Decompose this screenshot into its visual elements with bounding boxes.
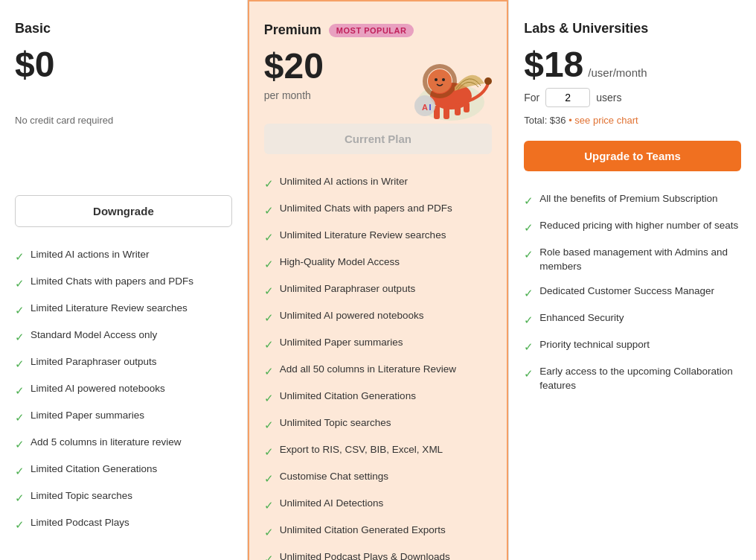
list-item: ✓Unlimited Chats with papers and PDFs: [264, 202, 492, 218]
list-item: ✓Limited AI actions in Writer: [15, 248, 232, 264]
downgrade-button[interactable]: Downgrade: [15, 195, 232, 227]
list-item: ✓Limited AI powered notebooks: [15, 382, 232, 398]
list-item: ✓Unlimited AI Detections: [264, 497, 492, 513]
feature-text: Limited Paper summaries: [31, 409, 144, 423]
list-item: ✓Enhanced Security: [524, 311, 741, 328]
check-icon: ✓: [264, 256, 274, 272]
feature-text: Unlimited Citation Generations: [280, 389, 416, 404]
check-icon: ✓: [524, 366, 534, 381]
list-item: ✓Role based management with Admins and m…: [524, 246, 741, 274]
check-icon: ✓: [264, 363, 274, 379]
users-input[interactable]: [545, 88, 590, 107]
for-users-row: For users: [524, 88, 741, 107]
svg-text:I: I: [429, 103, 432, 112]
list-item: ✓Limited Topic searches: [15, 489, 232, 506]
premium-features: ✓Unlimited AI actions in Writer✓Unlimite…: [264, 175, 492, 560]
list-item: ✓Limited Literature Review searches: [15, 302, 232, 318]
feature-text: Unlimited Chats with papers and PDFs: [280, 202, 452, 216]
check-icon: ✓: [524, 339, 534, 354]
check-icon: ✓: [264, 497, 274, 513]
feature-text: Unlimited Citation Generated Exports: [280, 524, 446, 538]
basic-subtitle: No credit card required: [15, 115, 232, 141]
feature-text: Unlimited Paraphraser outputs: [280, 282, 415, 296]
labs-plan: Labs & Universities $18 /user/month For …: [508, 0, 756, 560]
check-icon: ✓: [15, 410, 25, 425]
feature-text: All the benefits of Premium Subscription: [539, 192, 717, 206]
feature-text: Unlimited AI powered notebooks: [280, 309, 424, 323]
feature-text: Role based management with Admins and me…: [539, 246, 741, 274]
list-item: ✓Limited Paper summaries: [15, 409, 232, 425]
list-item: ✓Customise Chat settings: [264, 470, 492, 486]
list-item: ✓Unlimited AI actions in Writer: [264, 175, 492, 191]
list-item: ✓Limited Paraphraser outputs: [15, 355, 232, 372]
check-icon: ✓: [524, 312, 534, 328]
svg-point-5: [442, 78, 445, 81]
check-icon: ✓: [264, 551, 274, 560]
total-price: Total: $36 • see price chart: [524, 115, 741, 126]
list-item: ✓All the benefits of Premium Subscriptio…: [524, 192, 741, 209]
list-item: ✓Unlimited Citation Generations: [264, 389, 492, 406]
list-item: ✓Dedicated Customer Success Manager: [524, 284, 741, 301]
feature-text: Add all 50 columns in Literature Review: [280, 363, 456, 377]
upgrade-to-teams-button[interactable]: Upgrade to Teams: [524, 141, 741, 171]
feature-text: Unlimited AI actions in Writer: [280, 175, 408, 189]
feature-text: Limited AI actions in Writer: [31, 248, 150, 262]
check-icon: ✓: [264, 310, 274, 325]
labs-features: ✓All the benefits of Premium Subscriptio…: [524, 192, 741, 393]
basic-plan: Basic $0 No credit card required Downgra…: [0, 0, 248, 560]
list-item: ✓Limited Chats with papers and PDFs: [15, 275, 232, 291]
check-icon: ✓: [15, 436, 25, 452]
feature-text: Enhanced Security: [539, 311, 624, 325]
list-item: ✓Export to RIS, CSV, BIB, Excel, XML: [264, 443, 492, 459]
list-item: ✓Priority technical support: [524, 338, 741, 354]
check-icon: ✓: [264, 417, 274, 433]
check-icon: ✓: [264, 337, 274, 352]
feature-text: Priority technical support: [539, 338, 650, 352]
svg-rect-8: [443, 106, 449, 119]
check-icon: ✓: [15, 383, 25, 398]
check-icon: ✓: [524, 285, 534, 301]
check-icon: ✓: [524, 246, 534, 262]
see-price-chart-link[interactable]: • see price chart: [568, 115, 638, 126]
feature-text: Early access to the upcoming Collaborati…: [539, 365, 741, 393]
watermark: parsaipro.ir: [610, 557, 741, 560]
feature-text: Unlimited Literature Review searches: [280, 229, 446, 243]
feature-text: Limited Citation Generations: [31, 462, 157, 477]
list-item: ✓Unlimited Paraphraser outputs: [264, 282, 492, 299]
check-icon: ✓: [15, 302, 25, 318]
feature-text: Unlimited Topic searches: [280, 416, 391, 430]
check-icon: ✓: [264, 203, 274, 218]
pricing-page: Basic $0 No credit card required Downgra…: [0, 0, 756, 560]
current-plan-button: Current Plan: [264, 124, 492, 154]
feature-text: Export to RIS, CSV, BIB, Excel, XML: [280, 443, 443, 457]
basic-features: ✓Limited AI actions in Writer✓Limited Ch…: [15, 248, 232, 532]
list-item: ✓Unlimited AI powered notebooks: [264, 309, 492, 325]
labs-price: $18 /user/month: [524, 44, 741, 85]
check-icon: ✓: [264, 229, 274, 245]
feature-text: Limited Paraphraser outputs: [31, 355, 157, 369]
svg-point-6: [484, 77, 492, 85]
list-item: ✓Unlimited Literature Review searches: [264, 229, 492, 245]
feature-text: Unlimited AI Detections: [280, 497, 384, 511]
list-item: ✓Unlimited Paper summaries: [264, 336, 492, 352]
feature-text: Limited Podcast Plays: [31, 516, 129, 530]
most-popular-badge: MOST POPULAR: [329, 24, 414, 37]
premium-mascot: A I: [403, 42, 499, 124]
check-icon: ✓: [15, 356, 25, 372]
feature-text: Limited Chats with papers and PDFs: [31, 275, 193, 289]
svg-point-4: [435, 78, 438, 81]
list-item: ✓Limited Citation Generations: [15, 462, 232, 479]
check-icon: ✓: [264, 283, 274, 299]
check-icon: ✓: [264, 176, 274, 191]
basic-price: $0: [15, 44, 232, 85]
check-icon: ✓: [15, 329, 25, 345]
list-item: ✓Unlimited Podcast Plays & Downloads: [264, 550, 492, 560]
feature-text: Unlimited Paper summaries: [280, 336, 403, 350]
check-icon: ✓: [264, 444, 274, 459]
list-item: ✓Add all 50 columns in Literature Review: [264, 363, 492, 379]
feature-text: Add 5 columns in literature review: [31, 436, 182, 450]
feature-text: Customise Chat settings: [280, 470, 388, 484]
feature-text: Standard Model Access only: [31, 328, 157, 343]
check-icon: ✓: [15, 490, 25, 506]
check-icon: ✓: [15, 463, 25, 479]
